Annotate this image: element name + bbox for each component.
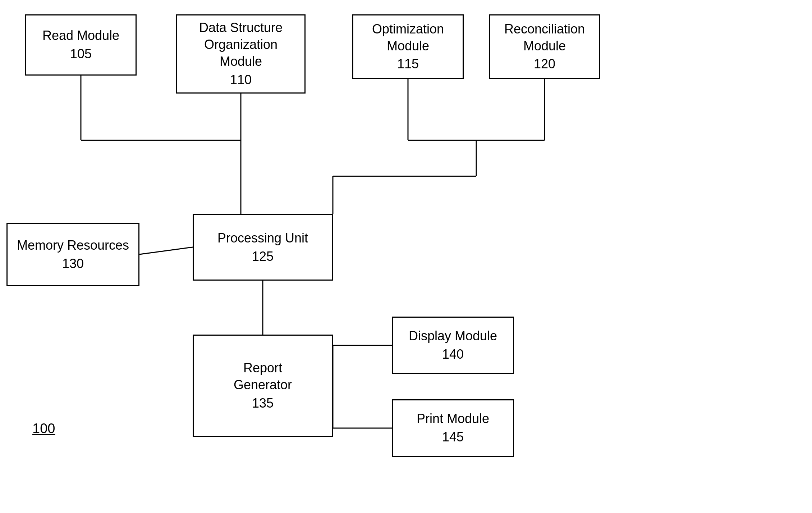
reconciliation-number: 120 [534,56,555,73]
reconciliation-module-box: ReconciliationModule 120 [489,14,600,79]
print-module-number: 145 [442,429,464,446]
optimization-number: 115 [397,56,419,73]
read-module-number: 105 [70,46,92,63]
diagram-container: Read Module 105 Data StructureOrganizati… [0,0,812,513]
optimization-module-box: OptimizationModule 115 [352,14,464,79]
read-module-box: Read Module 105 [25,14,137,76]
memory-resources-box: Memory Resources 130 [6,223,139,286]
processing-unit-label: Processing Unit [217,230,308,247]
memory-resources-label: Memory Resources [17,237,129,254]
print-module-box: Print Module 145 [392,399,514,457]
reference-label: 100 [32,421,55,436]
reconciliation-label: ReconciliationModule [504,21,585,55]
display-module-number: 140 [442,346,464,363]
report-generator-box: ReportGenerator 135 [193,335,333,437]
optimization-label: OptimizationModule [372,21,444,55]
report-generator-number: 135 [252,395,274,412]
data-structure-label: Data StructureOrganizationModule [199,19,283,70]
read-module-label: Read Module [42,27,119,44]
memory-resources-number: 130 [62,255,84,272]
data-structure-module-box: Data StructureOrganizationModule 110 [176,14,306,94]
print-module-label: Print Module [417,410,489,427]
report-generator-label: ReportGenerator [234,360,292,394]
svg-line-10 [139,247,193,254]
processing-unit-box: Processing Unit 125 [193,214,333,281]
display-module-box: Display Module 140 [392,317,514,374]
data-structure-number: 110 [230,72,252,88]
processing-unit-number: 125 [252,248,274,265]
display-module-label: Display Module [409,328,497,345]
